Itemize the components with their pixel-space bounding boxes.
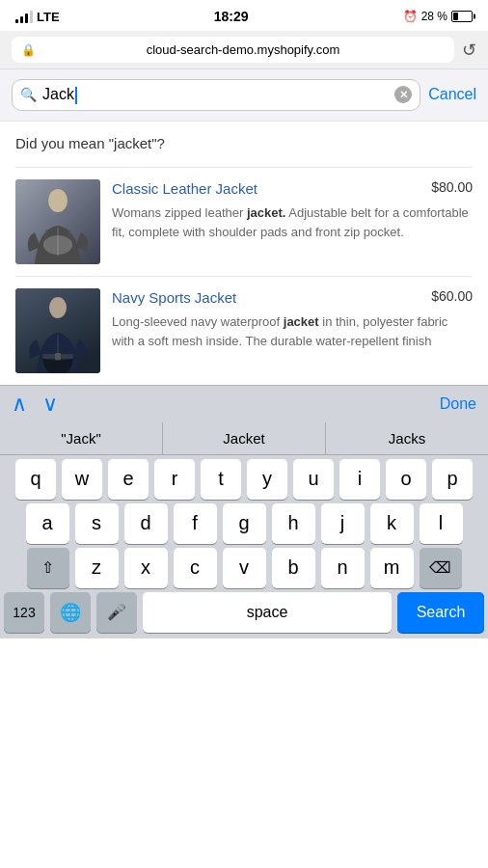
battery-label: 28 % (421, 10, 447, 23)
search-area: 🔍 Jack ✕ Cancel (0, 69, 488, 122)
content-area: Did you mean "jacket"? (0, 122, 488, 385)
shift-key[interactable]: ⇧ (27, 548, 69, 588)
key-row-1: q w e r t y u i o p (0, 455, 488, 500)
alarm-icon: ⏰ (403, 10, 418, 23)
key-row-3: ⇧ z x c v b n m ⌫ (0, 544, 488, 588)
reload-button[interactable]: ↺ (462, 40, 476, 61)
key-row-2: a s d f g h j k l (0, 500, 488, 544)
product-description: Womans zipped leather jacket. Adjustable… (112, 203, 473, 241)
globe-icon: 🌐 (60, 602, 81, 623)
product-top: Navy Sports Jacket $60.00 (112, 288, 473, 308)
key-t[interactable]: t (201, 459, 241, 500)
product-item[interactable]: Navy Sports Jacket $60.00 Long-sleeved n… (15, 276, 473, 385)
key-d[interactable]: d (124, 503, 168, 544)
key-m[interactable]: m (370, 548, 414, 588)
predict-item[interactable]: Jacket (163, 422, 326, 454)
browser-bar: 🔒 cloud-search-demo.myshopify.com ↺ (0, 31, 488, 69)
key-c[interactable]: c (174, 548, 217, 588)
microphone-key[interactable]: 🎤 (96, 592, 137, 633)
product-info: Navy Sports Jacket $60.00 Long-sleeved n… (112, 288, 473, 351)
key-n[interactable]: n (321, 548, 365, 588)
key-r[interactable]: r (154, 459, 195, 500)
did-you-mean: Did you mean "jacket"? (15, 135, 473, 151)
key-b[interactable]: b (272, 548, 315, 588)
key-z[interactable]: z (75, 548, 119, 588)
product-info: Classic Leather Jacket $80.00 Womans zip… (112, 179, 473, 242)
up-arrow-button[interactable]: ∧ (12, 392, 27, 417)
space-key[interactable]: space (143, 592, 392, 633)
backspace-icon: ⌫ (429, 558, 451, 577)
key-j[interactable]: j (321, 503, 365, 544)
product-thumbnail (15, 288, 100, 373)
predict-item[interactable]: Jacks (326, 422, 488, 454)
key-y[interactable]: y (247, 459, 287, 500)
search-input-wrap[interactable]: 🔍 Jack ✕ (12, 79, 420, 111)
signal-icon (15, 11, 33, 23)
key-i[interactable]: i (339, 459, 380, 500)
key-q[interactable]: q (15, 459, 56, 500)
key-g[interactable]: g (223, 503, 266, 544)
lock-icon: 🔒 (21, 43, 36, 57)
product-item[interactable]: Classic Leather Jacket $80.00 Womans zip… (15, 167, 473, 276)
url-bar[interactable]: 🔒 cloud-search-demo.myshopify.com (12, 37, 454, 63)
product-description: Long-sleeved navy waterproof jacket in t… (112, 312, 473, 350)
product-price: $80.00 (431, 179, 473, 195)
key-x[interactable]: x (124, 548, 168, 588)
backspace-key[interactable]: ⌫ (420, 548, 462, 588)
key-l[interactable]: l (420, 503, 463, 544)
down-arrow-button[interactable]: ∨ (42, 392, 58, 417)
key-a[interactable]: a (26, 503, 69, 544)
key-f[interactable]: f (174, 503, 217, 544)
key-v[interactable]: v (223, 548, 266, 588)
done-button[interactable]: Done (440, 395, 476, 413)
status-right: ⏰ 28 % (403, 10, 473, 23)
cancel-button[interactable]: Cancel (428, 86, 476, 103)
toolbar-nav: ∧ ∨ (12, 392, 58, 417)
key-k[interactable]: k (370, 503, 414, 544)
bottom-row: 123 🌐 🎤 space Search (0, 588, 488, 638)
status-bar: LTE 18:29 ⏰ 28 % (0, 0, 488, 31)
search-icon: 🔍 (20, 87, 37, 102)
search-input[interactable]: Jack (42, 86, 389, 104)
carrier-label: LTE (37, 10, 60, 24)
clear-button[interactable]: ✕ (394, 86, 412, 103)
product-name: Navy Sports Jacket (112, 288, 423, 308)
keyboard-toolbar: ∧ ∨ Done (0, 385, 488, 422)
key-u[interactable]: u (293, 459, 334, 500)
product-price: $60.00 (431, 288, 473, 304)
key-s[interactable]: s (75, 503, 119, 544)
key-o[interactable]: o (386, 459, 426, 500)
svg-point-8 (49, 297, 67, 318)
predictive-bar: "Jack" Jacket Jacks (0, 422, 488, 455)
globe-key[interactable]: 🌐 (50, 592, 91, 633)
key-h[interactable]: h (272, 503, 315, 544)
product-top: Classic Leather Jacket $80.00 (112, 179, 473, 199)
battery-icon (451, 11, 473, 22)
url-text: cloud-search-demo.myshopify.com (41, 42, 445, 57)
product-thumbnail (15, 179, 100, 264)
shift-icon: ⇧ (41, 558, 54, 577)
svg-point-2 (48, 189, 68, 212)
product-name: Classic Leather Jacket (112, 179, 423, 199)
search-key[interactable]: Search (397, 592, 484, 633)
predict-item[interactable]: "Jack" (0, 422, 163, 454)
status-left: LTE (15, 10, 60, 24)
time-display: 18:29 (214, 9, 249, 24)
key-p[interactable]: p (432, 459, 473, 500)
keyboard: q w e r t y u i o p a s d f g h j k l ⇧ … (0, 455, 488, 638)
microphone-icon: 🎤 (107, 603, 126, 621)
key-e[interactable]: e (108, 459, 149, 500)
svg-rect-11 (55, 353, 61, 360)
numbers-key[interactable]: 123 (4, 592, 44, 633)
key-w[interactable]: w (62, 459, 102, 500)
